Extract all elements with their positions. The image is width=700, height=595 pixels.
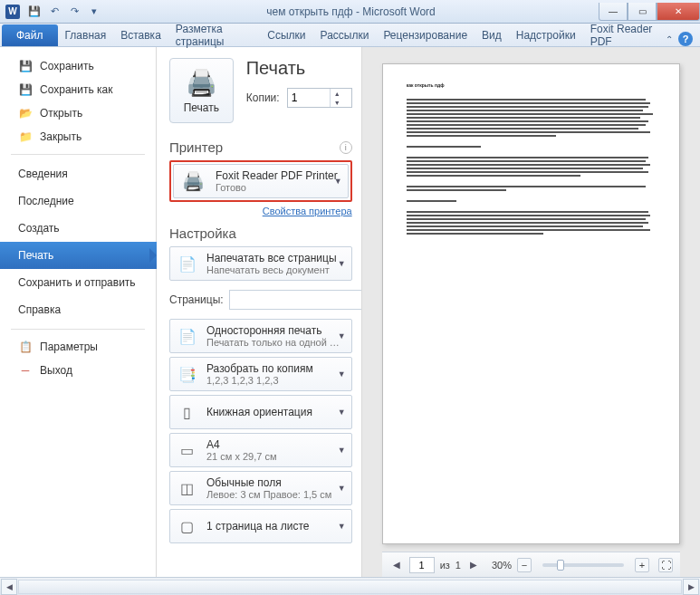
scroll-track[interactable]: [18, 580, 682, 594]
chevron-down-icon: ▼: [338, 408, 346, 417]
preview-paragraph: [407, 200, 656, 204]
prev-page-icon[interactable]: ◀: [389, 558, 404, 572]
tab-review[interactable]: Рецензирование: [376, 24, 475, 46]
settings-section-label: Настройка: [169, 226, 236, 241]
sidebar-item-help[interactable]: Справка: [0, 296, 156, 323]
sidebar-item-print[interactable]: Печать: [0, 242, 157, 269]
print-heading: Печать: [246, 58, 352, 79]
tab-layout[interactable]: Разметка страницы: [168, 24, 260, 46]
tab-view[interactable]: Вид: [475, 24, 509, 46]
scroll-thumb[interactable]: [19, 581, 681, 593]
sidebar-label-info: Сведения: [18, 168, 68, 180]
preview-paragraph: [407, 211, 656, 236]
tab-references[interactable]: Ссылки: [260, 24, 312, 46]
minimize-button[interactable]: —: [599, 3, 628, 21]
sidebar-item-save[interactable]: 💾 Сохранить: [0, 54, 156, 78]
preview-paragraph: [407, 186, 656, 193]
margins-title: Обычные поля: [206, 476, 331, 489]
pages-per-sheet-dropdown[interactable]: ▢ 1 страница на листе ▼: [169, 509, 352, 543]
tab-insert[interactable]: Вставка: [113, 24, 168, 46]
print-scope-dropdown[interactable]: 📄 Напечатать все страницы Напечатать вес…: [169, 246, 352, 281]
spinner-down-icon[interactable]: ▼: [331, 98, 344, 107]
sidebar-item-save-as[interactable]: 💾 Сохранить как: [0, 78, 156, 101]
pages-label: Страницы:: [169, 293, 224, 306]
orientation-dropdown[interactable]: ▯ Книжная ориентация ▼: [169, 395, 352, 429]
printer-dropdown[interactable]: 🖨️ Foxit Reader PDF Printer Готово ▼: [173, 164, 349, 198]
printer-properties-link[interactable]: Свойства принтера: [169, 206, 352, 216]
qat-save-icon[interactable]: 💾: [25, 4, 43, 20]
paper-icon: ▭: [176, 437, 199, 463]
sidebar-item-close[interactable]: 📁 Закрыть: [0, 125, 156, 149]
duplex-icon: 📄: [176, 323, 199, 349]
qat-redo-icon[interactable]: ↷: [65, 4, 83, 20]
options-icon: 📋: [18, 340, 33, 354]
orientation-icon: ▯: [176, 399, 199, 425]
print-button[interactable]: 🖨️ Печать: [169, 58, 234, 123]
zoom-out-button[interactable]: −: [517, 558, 532, 572]
sidebar-label-recent: Последние: [18, 195, 74, 207]
sidebar-item-options[interactable]: 📋 Параметры: [0, 335, 156, 359]
size-sub: 21 см x 29,7 см: [206, 451, 277, 462]
tab-addins[interactable]: Надстройки: [509, 24, 583, 46]
horizontal-scrollbar[interactable]: ◀ ▶: [0, 577, 700, 595]
sidebar-item-share[interactable]: Сохранить и отправить: [0, 269, 156, 296]
tab-mailings[interactable]: Рассылки: [313, 24, 377, 46]
preview-doc-title: как открыть пдф: [407, 82, 656, 88]
sidebar-label-exit: Выход: [40, 364, 72, 377]
print-preview-pane: как открыть пдф ◀ из 1: [362, 47, 700, 577]
qat-undo-icon[interactable]: ↶: [45, 4, 63, 20]
backstage-sidebar: 💾 Сохранить 💾 Сохранить как 📂 Открыть 📁 …: [0, 47, 157, 577]
printer-info-icon[interactable]: i: [340, 141, 352, 154]
save-icon: 💾: [18, 59, 33, 73]
window-controls: — ▭ ✕: [599, 3, 700, 21]
sidebar-label-save: Сохранить: [40, 60, 94, 72]
pages-input[interactable]: [229, 290, 362, 310]
copies-input[interactable]: [288, 90, 330, 106]
copies-label: Копии:: [246, 91, 280, 104]
duplex-dropdown[interactable]: 📄 Односторонняя печать Печатать только н…: [169, 319, 352, 353]
chevron-down-icon: ▼: [338, 259, 346, 268]
help-icon[interactable]: ?: [678, 32, 693, 46]
sidebar-item-open[interactable]: 📂 Открыть: [0, 101, 156, 125]
sidebar-item-info[interactable]: Сведения: [0, 160, 156, 187]
print-button-label: Печать: [184, 101, 219, 114]
scroll-right-icon[interactable]: ▶: [683, 579, 699, 595]
copies-spinner[interactable]: ▲ ▼: [287, 88, 352, 108]
fit-page-icon[interactable]: ⛶: [658, 558, 673, 572]
preview-paragraph: [407, 146, 656, 149]
chevron-down-icon: ▼: [338, 331, 346, 341]
printer-icon: 🖨️: [186, 68, 217, 98]
spinner-up-icon[interactable]: ▲: [331, 89, 344, 98]
qat-customize-icon[interactable]: ▾: [85, 4, 103, 20]
next-page-icon[interactable]: ▶: [466, 558, 481, 572]
close-button[interactable]: ✕: [657, 3, 700, 21]
sidebar-label-share: Сохранить и отправить: [18, 276, 136, 289]
scroll-left-icon[interactable]: ◀: [1, 579, 17, 595]
zoom-in-button[interactable]: +: [635, 558, 649, 572]
printer-status: Готово: [216, 182, 338, 193]
backstage-view: 💾 Сохранить 💾 Сохранить как 📂 Открыть 📁 …: [0, 47, 700, 577]
sidebar-label-new: Создать: [18, 222, 60, 235]
collate-sub: 1,2,3 1,2,3 1,2,3: [206, 375, 313, 386]
page-number-input[interactable]: [409, 557, 435, 573]
ribbon-minimize-icon[interactable]: ⌃: [666, 34, 673, 44]
save-as-icon: 💾: [18, 82, 33, 97]
word-icon: W: [5, 5, 20, 19]
paper-size-dropdown[interactable]: ▭ A4 21 см x 29,7 см ▼: [169, 433, 352, 467]
sidebar-item-exit[interactable]: ─ Выход: [0, 359, 156, 382]
print-settings-pane: 🖨️ Печать Печать Копии: ▲ ▼: [157, 47, 362, 577]
tab-file[interactable]: Файл: [2, 24, 58, 46]
tab-foxit[interactable]: Foxit Reader PDF: [583, 24, 666, 46]
zoom-thumb[interactable]: [557, 560, 564, 571]
page-total: 1: [455, 560, 461, 571]
zoom-slider[interactable]: [542, 563, 624, 567]
margins-dropdown[interactable]: ◫ Обычные поля Левое: 3 см Правое: 1,5 с…: [169, 471, 352, 505]
open-icon: 📂: [18, 106, 33, 120]
maximize-button[interactable]: ▭: [628, 3, 657, 21]
zoom-value: 30%: [492, 560, 512, 571]
collate-dropdown[interactable]: 📑 Разобрать по копиям 1,2,3 1,2,3 1,2,3 …: [169, 357, 352, 391]
sidebar-label-save-as: Сохранить как: [40, 83, 112, 96]
sidebar-item-new[interactable]: Создать: [0, 215, 156, 242]
tab-home[interactable]: Главная: [58, 24, 114, 46]
sidebar-item-recent[interactable]: Последние: [0, 187, 156, 215]
